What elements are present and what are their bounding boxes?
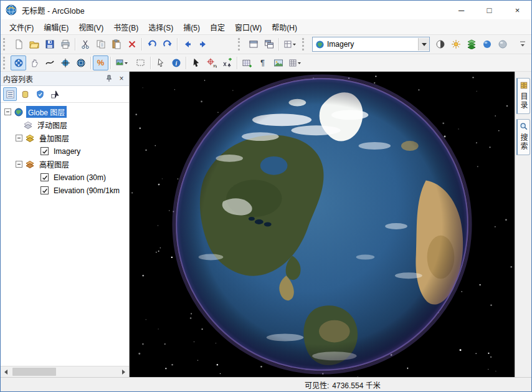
menu-file[interactable]: 文件(F) (4, 20, 39, 34)
open-button[interactable] (26, 37, 42, 52)
menu-bookmarks[interactable]: 书签(B) (108, 20, 143, 34)
info-i-glyph: i (175, 60, 177, 67)
delete-button[interactable] (124, 37, 140, 52)
toolbar-options-button[interactable] (515, 37, 530, 52)
close-button[interactable]: × (503, 1, 531, 19)
list-by-selection-button[interactable] (48, 87, 62, 101)
cut-icon (80, 39, 90, 49)
minimize-button[interactable]: ─ (447, 1, 475, 19)
layer-combo-dropdown-button[interactable] (418, 38, 429, 50)
menu-help[interactable]: 帮助(H) (267, 20, 302, 34)
search-icon (520, 122, 528, 131)
imagery-checkbox[interactable] (40, 147, 49, 155)
menu-view[interactable]: 视图(V) (74, 20, 108, 34)
identify-info-icon: i (171, 58, 181, 68)
tab-search[interactable]: 搜索 (516, 119, 530, 155)
viewer-window-button[interactable] (245, 37, 261, 52)
daylight-button[interactable] (432, 37, 448, 52)
globe-layers-button[interactable] (463, 37, 479, 52)
previous-extent-button[interactable] (179, 37, 195, 52)
tree-label-overlay-layers[interactable]: 叠加图层 (37, 132, 71, 144)
sun-position-button[interactable] (448, 37, 463, 52)
tree-row-imagery[interactable]: Imagery (1, 145, 129, 158)
tree-label-floating-layers[interactable]: 浮动图层 (36, 119, 69, 131)
select-elements-tool[interactable] (188, 55, 204, 70)
picture-icon (273, 58, 283, 68)
list-by-drawing-order-button[interactable] (3, 87, 17, 101)
tree-row-elevation-layers[interactable]: 高程图层 (1, 158, 129, 171)
globe-viewport[interactable] (130, 72, 515, 377)
select-features-tool[interactable] (153, 55, 168, 70)
toolbar-grip[interactable] (3, 38, 8, 50)
save-button[interactable] (42, 37, 57, 52)
add-xy-data-tool[interactable] (219, 55, 235, 70)
maximize-button[interactable]: □ (475, 1, 503, 19)
fly-tool[interactable] (42, 55, 57, 70)
tree-label-imagery[interactable]: Imagery (52, 146, 82, 156)
layer-grid-dropdown-icon (284, 39, 298, 49)
scroll-left-button[interactable] (1, 366, 11, 377)
tab-catalog[interactable]: 目录 (516, 78, 530, 114)
go-to-xy-tool[interactable]: xy (204, 55, 219, 70)
scrollbar-track[interactable] (11, 366, 118, 377)
undo-button[interactable] (144, 37, 159, 52)
tree-row-floating-layers[interactable]: 浮动图层 (1, 118, 129, 131)
navigate-tool[interactable] (11, 55, 26, 70)
menu-edit[interactable]: 编辑(E) (39, 20, 74, 34)
globe-sphere-button[interactable] (479, 37, 495, 52)
area-frame-tool[interactable] (133, 55, 148, 70)
layer-combo[interactable]: Imagery (312, 37, 430, 52)
tree-row-overlay-layers[interactable]: 叠加图层 (1, 131, 129, 145)
list-by-visibility-button[interactable] (33, 87, 47, 101)
swipe-layer-dropdown[interactable] (113, 55, 133, 70)
identify-tool[interactable]: i (168, 55, 184, 70)
toc-pin-button[interactable] (104, 74, 114, 84)
toolbar-grip[interactable] (238, 38, 243, 50)
paste-button[interactable] (108, 37, 124, 52)
open-table-button[interactable] (239, 55, 255, 70)
menu-window[interactable]: 窗口(W) (230, 20, 267, 34)
full-extent-button[interactable] (73, 55, 88, 70)
new-document-button[interactable] (11, 37, 26, 52)
elevation-30m-checkbox[interactable] (40, 173, 49, 181)
layer-manager-dropdown[interactable] (281, 37, 301, 52)
viewer-window-2-button[interactable] (261, 37, 277, 52)
collapse-expander-icon[interactable] (16, 135, 22, 141)
standard-toolbar: Imagery (1, 35, 531, 54)
scrollbar-thumb[interactable] (12, 368, 56, 376)
html-popup-tool[interactable]: ¶ (255, 55, 270, 70)
left-arrow-icon (4, 370, 7, 375)
globe-sphere-2-button[interactable] (495, 37, 510, 52)
tree-label-globe-layers[interactable]: Globe 图层 (26, 106, 67, 118)
copy-button[interactable] (93, 37, 108, 52)
toolbar-grip[interactable] (302, 38, 307, 50)
tree-label-elevation-layers[interactable]: 高程图层 (37, 158, 71, 170)
list-by-source-button[interactable] (18, 87, 32, 101)
percent-resolution-tool[interactable]: % (93, 55, 108, 70)
menu-geoprocessing[interactable]: 捕(5) (178, 20, 205, 34)
elevation-90m-checkbox[interactable] (40, 186, 49, 194)
next-extent-button[interactable] (195, 37, 211, 52)
snapshot-button[interactable] (270, 55, 286, 70)
tree-label-elevation-90m[interactable]: Elevation (90m/1km (52, 186, 121, 196)
menu-selection[interactable]: 选择(S) (143, 20, 178, 34)
cut-button[interactable] (77, 37, 93, 52)
table-of-contents-panel: 内容列表 × Globe 图层 (1, 72, 130, 377)
tree-row-elevation-30m[interactable]: Elevation (30m) (1, 171, 129, 184)
grid-dropdown-button[interactable] (286, 55, 306, 70)
toc-horizontal-scrollbar[interactable] (1, 366, 129, 377)
gray-sphere-icon (498, 39, 508, 49)
collapse-expander-icon[interactable] (16, 161, 22, 168)
collapse-expander-icon[interactable] (4, 108, 11, 115)
tree-label-elevation-30m[interactable]: Elevation (30m) (52, 173, 108, 183)
center-on-target-tool[interactable] (57, 55, 73, 70)
menu-customize[interactable]: 自定 (205, 20, 230, 34)
pan-tool[interactable] (26, 55, 42, 70)
toolbar-grip[interactable] (3, 57, 8, 69)
scroll-right-button[interactable] (118, 366, 129, 377)
toc-close-button[interactable]: × (116, 74, 126, 84)
print-button[interactable] (57, 37, 73, 52)
tree-row-elevation-90m[interactable]: Elevation (90m/1km (1, 184, 129, 197)
tree-row-globe-layers[interactable]: Globe 图层 (1, 105, 129, 118)
redo-button[interactable] (159, 37, 175, 52)
